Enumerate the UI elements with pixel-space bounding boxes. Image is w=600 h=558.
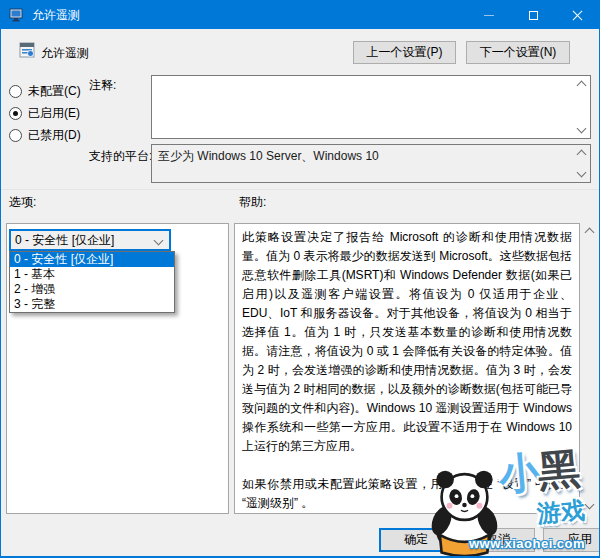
options-label: 选项: [9,194,36,211]
minimize-button[interactable] [467,1,511,29]
window-monitor-icon [9,7,25,23]
policy-setting-icon [19,42,35,58]
maximize-icon [529,11,538,20]
comment-label: 注释: [89,77,116,94]
scroll-down-icon[interactable] [585,500,595,510]
next-setting-button[interactable]: 下一个设置(N) [466,41,570,64]
window-title: 允许遥测 [32,7,80,24]
radio-not-configured[interactable]: 未配置(C) [9,83,81,100]
radio-icon [9,129,22,142]
titlebar: 允许遥测 [1,1,599,29]
supported-on-label: 支持的平台: [89,148,152,165]
policy-setting-dialog: 允许遥测 允许遥测 上一个设置(P) 下一个设置(N) 未配置(C) 已启用(E… [0,0,600,558]
scroll-up-icon[interactable] [577,150,587,160]
comment-textarea[interactable] [151,75,591,139]
combobox-value: 0 - 安全性 [仅企业] [15,233,114,247]
help-scrollbar[interactable] [582,223,597,514]
previous-setting-button[interactable]: 上一个设置(P) [353,41,456,64]
radio-label: 已启用(E) [28,105,80,122]
radio-disabled[interactable]: 已禁用(D) [9,127,81,144]
scroll-down-icon[interactable] [577,168,587,178]
close-icon [572,10,583,21]
ok-button[interactable]: 确定 [379,528,453,552]
radio-label: 未配置(C) [28,83,81,100]
section-divider [1,189,599,190]
dropdown-item-full[interactable]: 3 - 完整 [10,297,174,312]
radio-enabled[interactable]: 已启用(E) [9,105,80,122]
scroll-down-icon[interactable] [577,124,587,134]
maximize-button[interactable] [511,1,555,29]
apply-button[interactable]: 应用 [543,528,600,552]
dropdown-item-security[interactable]: 0 - 安全性 [仅企业] [10,252,174,267]
telemetry-level-dropdown-list: 0 - 安全性 [仅企业] 1 - 基本 2 - 增强 3 - 完整 [9,251,175,313]
window-controls [467,1,599,29]
radio-selected-icon [9,107,22,120]
dropdown-item-basic[interactable]: 1 - 基本 [10,267,174,282]
help-paragraph-2: 如果你禁用或未配置此策略设置，用户可以在 “设置” 中配置 “遥测级别” 。 [242,475,572,513]
policy-name: 允许遥测 [41,45,89,62]
minimize-icon [484,15,494,16]
scroll-up-icon[interactable] [585,228,595,238]
scroll-up-icon[interactable] [577,81,587,91]
radio-label: 已禁用(D) [28,127,81,144]
radio-icon [9,85,22,98]
help-label: 帮助: [239,194,266,211]
cancel-button[interactable]: 取消 [461,528,535,552]
chevron-down-icon [154,236,164,246]
supported-on-field: 至少为 Windows 10 Server、Windows 10 [151,144,591,183]
close-button[interactable] [555,1,599,29]
dropdown-item-enhanced[interactable]: 2 - 增强 [10,282,174,297]
help-paragraph-1: 此策略设置决定了报告给 Microsoft 的诊断和使用情况数据量。值为 0 表… [242,228,572,456]
help-text-panel: 此策略设置决定了报告给 Microsoft 的诊断和使用情况数据量。值为 0 表… [234,223,580,514]
supported-on-value: 至少为 Windows 10 Server、Windows 10 [158,149,379,163]
telemetry-level-combobox[interactable]: 0 - 安全性 [仅企业] [9,229,171,251]
